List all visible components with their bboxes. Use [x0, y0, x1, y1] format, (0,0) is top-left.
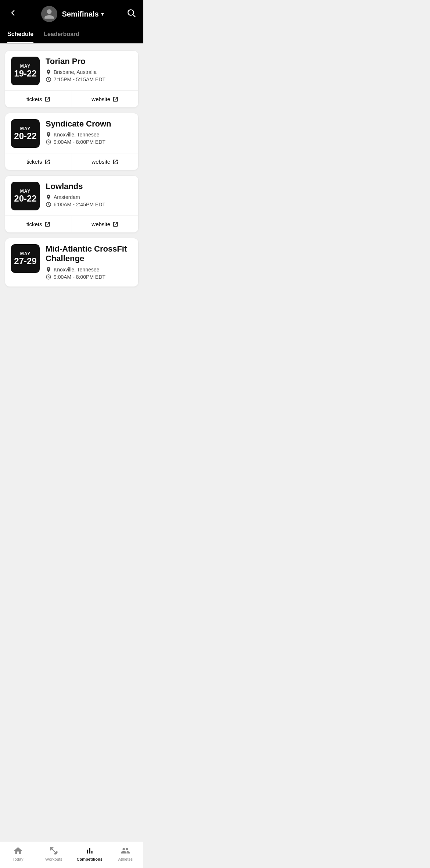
- header-title[interactable]: Semifinals ▾: [62, 10, 103, 18]
- event-name: Torian Pro: [46, 57, 132, 66]
- event-location: Amsterdam: [46, 194, 132, 200]
- event-list: MAY 19-22 Torian Pro Brisbane, Australia…: [0, 43, 143, 323]
- event-buttons: tickets website: [5, 216, 138, 232]
- event-top: MAY 27-29 Mid-Atlantic CrossFit Challeng…: [5, 238, 138, 287]
- tickets-button[interactable]: tickets: [5, 216, 72, 232]
- back-button[interactable]: [7, 7, 18, 21]
- event-info: Lowlands Amsterdam 6:00AM - 2:45PM EDT: [46, 182, 132, 209]
- event-info: Syndicate Crown Knoxville, Tennesee 9:00…: [46, 119, 132, 146]
- event-location: Knoxville, Tennesee: [46, 132, 132, 138]
- event-buttons: tickets website: [5, 90, 138, 107]
- event-name: Syndicate Crown: [46, 119, 132, 129]
- event-date-badge: MAY 20-22: [11, 119, 40, 148]
- event-buttons: tickets website: [5, 153, 138, 170]
- event-card-torian-pro: MAY 19-22 Torian Pro Brisbane, Australia…: [5, 51, 138, 107]
- website-button[interactable]: website: [72, 216, 139, 232]
- event-time: 9:00AM - 8:00PM EDT: [46, 274, 132, 280]
- website-button[interactable]: website: [72, 153, 139, 170]
- tickets-button[interactable]: tickets: [5, 153, 72, 170]
- tabs-bar: Schedule Leaderboard: [0, 26, 143, 43]
- event-date-badge: MAY 19-22: [11, 57, 40, 85]
- event-top: MAY 20-22 Syndicate Crown Knoxville, Ten…: [5, 113, 138, 153]
- event-date-badge: MAY 20-22: [11, 182, 40, 210]
- tab-leaderboard[interactable]: Leaderboard: [44, 26, 79, 43]
- event-info: Torian Pro Brisbane, Australia 7:15PM - …: [46, 57, 132, 84]
- event-location: Brisbane, Australia: [46, 69, 132, 75]
- event-info: Mid-Atlantic CrossFit Challenge Knoxvill…: [46, 244, 132, 281]
- event-time: 9:00AM - 8:00PM EDT: [46, 139, 132, 145]
- event-card-syndicate-crown: MAY 20-22 Syndicate Crown Knoxville, Ten…: [5, 113, 138, 170]
- event-top: MAY 19-22 Torian Pro Brisbane, Australia…: [5, 51, 138, 90]
- event-time: 7:15PM - 5:15AM EDT: [46, 77, 132, 82]
- svg-line-1: [133, 15, 135, 17]
- event-card-mid-atlantic: MAY 27-29 Mid-Atlantic CrossFit Challeng…: [5, 238, 138, 287]
- event-location: Knoxville, Tennesee: [46, 267, 132, 273]
- event-card-lowlands: MAY 20-22 Lowlands Amsterdam 6:00AM - 2:…: [5, 176, 138, 232]
- event-top: MAY 20-22 Lowlands Amsterdam 6:00AM - 2:…: [5, 176, 138, 216]
- dropdown-chevron-icon: ▾: [101, 11, 104, 17]
- event-name: Lowlands: [46, 182, 132, 191]
- website-button[interactable]: website: [72, 91, 139, 107]
- tickets-button[interactable]: tickets: [5, 91, 72, 107]
- tab-schedule[interactable]: Schedule: [7, 26, 33, 43]
- header: Semifinals ▾: [0, 0, 143, 26]
- search-button[interactable]: [126, 8, 136, 20]
- avatar[interactable]: [41, 6, 57, 22]
- event-name: Mid-Atlantic CrossFit Challenge: [46, 244, 132, 264]
- event-date-badge: MAY 27-29: [11, 244, 40, 273]
- event-time: 6:00AM - 2:45PM EDT: [46, 202, 132, 207]
